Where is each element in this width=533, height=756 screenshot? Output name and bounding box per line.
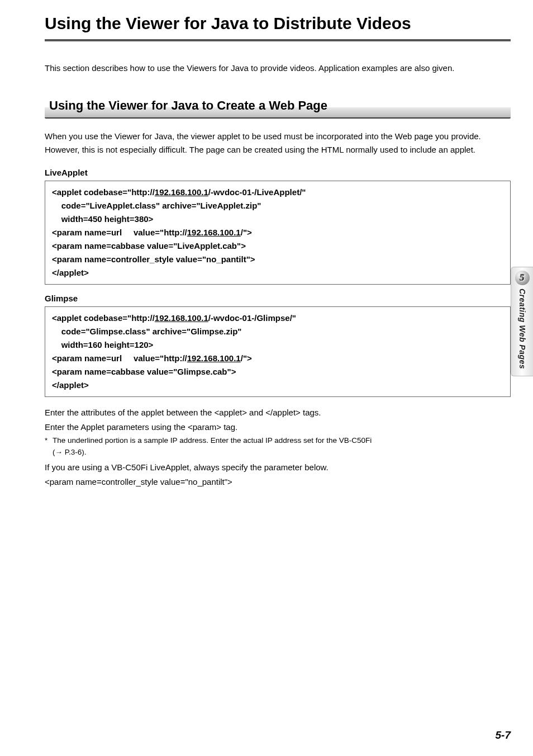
chapter-tab: 5 Creating Web Pages — [511, 267, 533, 376]
code-line: code="Glimpse.class" archive="Glimpse.zi… — [52, 327, 241, 336]
chapter-number-badge: 5 — [515, 271, 530, 285]
code-line: <param name=controller_style value="no_p… — [52, 254, 255, 264]
code-line: <param name=url value="http:// — [52, 353, 187, 363]
note-reference: (→ P.3-6). — [53, 446, 511, 459]
sample-ip: 192.168.100.1 — [187, 228, 241, 237]
arrow-icon: → — [55, 448, 63, 456]
note-asterisk: * The underlined portion is a sample IP … — [45, 435, 511, 446]
sample-ip: 192.168.100.1 — [155, 313, 208, 323]
section-heading: Using the Viewer for Java to Create a We… — [45, 95, 511, 119]
code-line: width=160 height=120> — [52, 340, 153, 349]
section-body: When you use the Viewer for Java, the vi… — [45, 130, 511, 157]
code-line: </applet> — [52, 268, 89, 277]
page-number: 5-7 — [496, 729, 511, 741]
code-line: </applet> — [52, 380, 89, 390]
intro-paragraph: This section describes how to use the Vi… — [45, 62, 511, 75]
code-line: <param name=cabbase value="LiveApplet.ca… — [52, 241, 246, 251]
code-line: <param name=url value="http:// — [52, 228, 187, 237]
sample-ip: 192.168.100.1 — [187, 353, 241, 363]
note-line: Enter the attributes of the applet betwe… — [45, 406, 511, 419]
notes-block: Enter the attributes of the applet betwe… — [45, 406, 511, 489]
liveapplet-label: LiveApplet — [45, 168, 511, 177]
page-ref: P.3-6). — [63, 448, 87, 456]
code-line: width=450 height=380> — [52, 214, 153, 224]
note-line: <param name=controller_style value="no_p… — [45, 475, 511, 489]
note-line: If you are using a VB-C50Fi LiveApplet, … — [45, 461, 511, 474]
sample-ip: 192.168.100.1 — [155, 187, 208, 197]
liveapplet-code-block: <applet codebase="http://192.168.100.1/-… — [45, 181, 511, 285]
code-line: /"> — [241, 353, 252, 363]
code-line: /-wvdoc-01-/Glimpse/" — [208, 313, 296, 323]
glimpse-code-block: <applet codebase="http://192.168.100.1/-… — [45, 306, 511, 397]
note-line: Enter the Applet parameters using the <p… — [45, 420, 511, 434]
page: Using the Viewer for Java to Distribute … — [0, 0, 533, 756]
code-line: code="LiveApplet.class" archive="LiveApp… — [52, 201, 261, 210]
code-line: /-wvdoc-01-/LiveApplet/" — [208, 187, 306, 197]
code-line: /"> — [241, 228, 252, 237]
asterisk-mark: * — [45, 435, 53, 446]
chapter-title-vertical: Creating Web Pages — [518, 289, 527, 369]
note-asterisk-body: The underlined portion is a sample IP ad… — [53, 435, 511, 446]
page-title: Using the Viewer for Java to Distribute … — [45, 13, 511, 41]
code-line: <applet codebase="http:// — [52, 187, 155, 197]
code-line: <param name=cabbase value="Glimpse.cab"> — [52, 367, 236, 376]
code-line: <applet codebase="http:// — [52, 313, 155, 323]
glimpse-label: Glimpse — [45, 294, 511, 303]
